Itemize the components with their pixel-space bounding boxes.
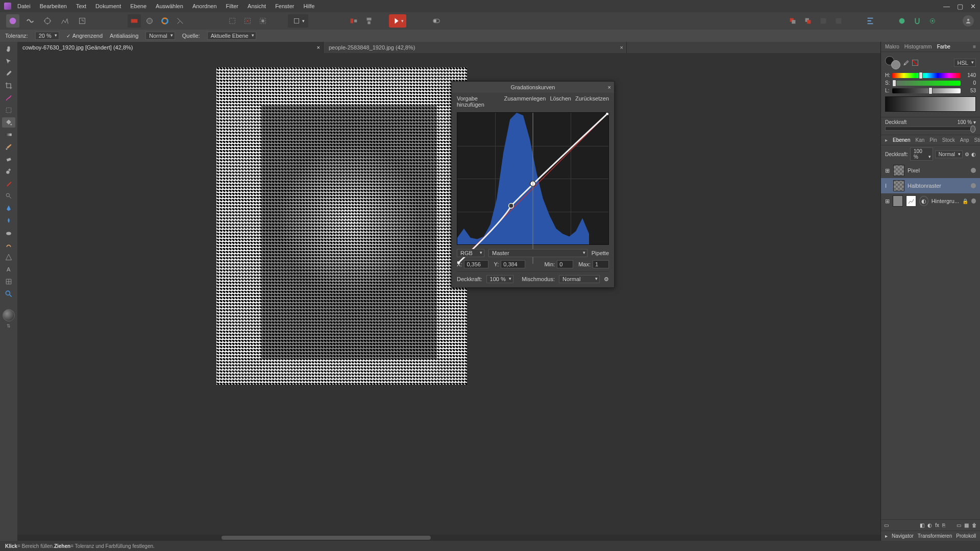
account-avatar-icon[interactable] — [963, 15, 974, 27]
selection-new-icon[interactable] — [226, 14, 239, 28]
sat-slider[interactable] — [892, 81, 961, 86]
erase-tool-icon[interactable] — [2, 154, 15, 164]
adjustment-icon[interactable]: ◐ — [927, 522, 932, 528]
tab-close-icon[interactable]: × — [620, 44, 623, 51]
menu-layer[interactable]: Ebene — [130, 3, 146, 9]
curves-graph[interactable] — [457, 112, 609, 245]
flood-fill-tool-icon[interactable] — [2, 117, 15, 128]
panel-menu-icon[interactable]: ≡ — [973, 44, 976, 49]
menu-select[interactable]: Auswählen — [156, 3, 183, 9]
layer-blend-select[interactable]: Normal — [935, 151, 963, 158]
collapse-icon[interactable]: ▸ — [885, 533, 888, 539]
document-tab[interactable]: people-2583848_1920.jpg (42,8%)× — [324, 42, 627, 53]
tab-transformieren[interactable]: Transformieren — [918, 533, 952, 539]
curves-add-preset[interactable]: Vorgabe hinzufügen — [457, 95, 500, 108]
retouch-tool-icon[interactable] — [2, 240, 15, 250]
dodge-tool-icon[interactable] — [2, 191, 15, 201]
persona-photo-icon[interactable] — [6, 14, 19, 28]
lig-slider[interactable] — [892, 88, 961, 93]
align-panel-icon[interactable] — [864, 14, 877, 28]
tab-anp[interactable]: Anp — [960, 137, 969, 143]
curves-close-icon[interactable]: × — [608, 84, 611, 90]
color-wheel-icon[interactable] — [158, 14, 172, 28]
tab-navigator[interactable]: Navigator — [892, 533, 914, 539]
layer-row[interactable]: ⊞ ◐ Hintergru... 🔒 — [881, 193, 980, 209]
hand-tool-icon[interactable] — [2, 44, 15, 54]
persona-export-icon[interactable] — [76, 14, 89, 28]
collapse-icon[interactable]: ▸ — [885, 137, 888, 143]
menu-filter[interactable]: Filter — [226, 3, 238, 9]
inpaint-tool-icon[interactable] — [2, 179, 15, 189]
layer-info-icon[interactable]: ▭ — [884, 522, 889, 528]
curves-blend-select[interactable]: Normal — [559, 275, 600, 283]
layer-name[interactable]: Pixel — [908, 167, 920, 173]
menu-file[interactable]: Datei — [17, 3, 31, 9]
layer-fx-icon[interactable]: ◐ — [971, 152, 976, 157]
blend-mode-select[interactable]: Normal — [145, 32, 175, 40]
foreground-color-swatch[interactable] — [3, 309, 15, 321]
snap-magnet-icon[interactable] — [911, 14, 924, 28]
clone-tool-icon[interactable] — [2, 166, 15, 177]
menu-edit[interactable]: Bearbeiten — [40, 3, 67, 9]
selection-cancel-icon[interactable] — [241, 14, 254, 28]
contiguous-checkbox[interactable]: Angrenzend — [66, 33, 103, 39]
swatch-red-icon[interactable] — [128, 14, 141, 28]
tab-stock[interactable]: Stock — [942, 137, 955, 143]
quickmask-icon[interactable] — [143, 14, 156, 28]
opacity-slider[interactable] — [885, 127, 976, 131]
mesh-tool-icon[interactable] — [2, 277, 15, 287]
l-value[interactable]: 53 — [963, 88, 976, 93]
tab-ebenen[interactable]: Ebenen — [893, 137, 910, 143]
shape-tool-icon[interactable] — [2, 252, 15, 262]
smudge-tool-icon[interactable] — [2, 215, 15, 226]
fx-icon[interactable]: fx — [935, 522, 939, 528]
sponge-tool-icon[interactable] — [2, 228, 15, 238]
selection-brush-tool-icon[interactable] — [2, 93, 15, 103]
layer-name[interactable]: Halbtonraster — [908, 183, 941, 189]
scrollbar-thumb[interactable] — [222, 536, 431, 540]
opacity-value[interactable]: 100 % — [958, 119, 972, 125]
minimize-icon[interactable]: — — [943, 3, 950, 10]
close-icon[interactable]: ✕ — [970, 3, 976, 10]
mask-icon[interactable]: ◧ — [920, 522, 924, 528]
add-layer-icon[interactable]: ▦ — [964, 522, 969, 528]
layer-opacity-value[interactable]: 100 % — [910, 147, 933, 161]
viewport[interactable]: Gradationskurven × Vorgabe hinzufügen Zu… — [17, 53, 880, 541]
snap-options-icon[interactable] — [926, 14, 939, 28]
align-vertical-icon[interactable] — [362, 14, 376, 28]
visibility-toggle[interactable] — [971, 198, 976, 204]
paint-brush-tool-icon[interactable] — [2, 142, 15, 152]
tab-close-icon[interactable]: × — [317, 44, 320, 51]
swap-colors-icon[interactable]: ⇅ — [7, 323, 11, 329]
layer-row[interactable]: ⊞ Pixel — [881, 163, 980, 178]
tab-kan[interactable]: Kan — [915, 137, 924, 143]
tab-makro[interactable]: Makro — [885, 44, 899, 49]
antialias-checkbox[interactable]: Antialiasing — [110, 33, 138, 39]
layer-gear-icon[interactable]: ⚙ — [965, 152, 969, 157]
snap-icon[interactable] — [895, 14, 909, 28]
gradient-tool-icon[interactable] — [2, 130, 15, 140]
tab-farbe[interactable]: Farbe — [937, 44, 950, 49]
selection-invert-icon[interactable] — [256, 14, 270, 28]
hue-slider[interactable] — [892, 73, 961, 78]
arrange-back-icon[interactable] — [786, 14, 799, 28]
tab-pin[interactable]: Pin — [929, 137, 937, 143]
persona-liquify-icon[interactable] — [23, 14, 37, 28]
curves-channel-select[interactable]: RGB — [457, 249, 484, 257]
tab-stile[interactable]: Stile — [974, 137, 980, 143]
menu-view[interactable]: Ansicht — [248, 3, 266, 9]
crop-tool-icon[interactable] — [2, 81, 15, 91]
pen-tool-icon[interactable] — [2, 203, 15, 213]
align-horizontal-icon[interactable] — [347, 14, 360, 28]
marquee-tool-icon[interactable] — [2, 105, 15, 115]
document-tab[interactable]: cowboy-67630_1920.jpg [Geändert] (42,8%)… — [17, 42, 324, 53]
menu-text[interactable]: Text — [76, 3, 86, 9]
menu-window[interactable]: Fenster — [275, 3, 294, 9]
move-tool-icon[interactable] — [2, 56, 15, 66]
layer-name[interactable]: Hintergru... — [932, 198, 959, 204]
curves-delete[interactable]: Löschen — [550, 95, 571, 108]
curves-reset[interactable]: Zurücksetzen — [575, 95, 609, 108]
menu-document[interactable]: Dokument — [95, 3, 121, 9]
group-icon[interactable]: ▭ — [957, 522, 961, 528]
assistant-icon[interactable]: ▾ — [389, 14, 406, 28]
